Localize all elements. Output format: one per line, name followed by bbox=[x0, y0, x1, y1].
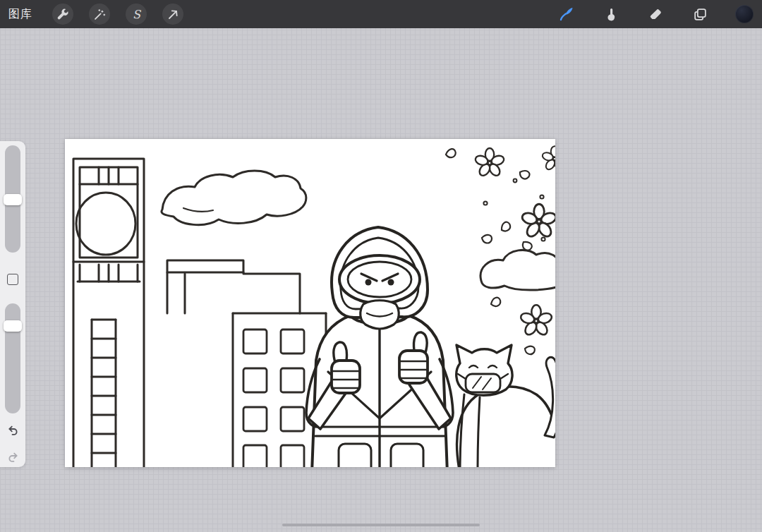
wrench-icon bbox=[56, 8, 70, 21]
erase-tool-button[interactable] bbox=[645, 4, 666, 25]
top-toolbar: 图库 S bbox=[0, 0, 762, 28]
brush-size-slider[interactable] bbox=[5, 145, 20, 253]
color-button[interactable] bbox=[734, 4, 755, 25]
modify-button[interactable] bbox=[7, 274, 18, 285]
layers-icon bbox=[693, 7, 708, 22]
layers-button[interactable] bbox=[689, 4, 710, 25]
opacity-slider[interactable] bbox=[5, 303, 20, 413]
undo-icon bbox=[6, 423, 20, 437]
home-indicator[interactable] bbox=[282, 524, 480, 526]
opacity-handle[interactable] bbox=[4, 320, 22, 332]
paint-tool-button[interactable] bbox=[556, 4, 577, 25]
selection-button[interactable]: S bbox=[126, 4, 147, 25]
app-screen: 图库 S bbox=[0, 0, 762, 532]
smudge-tool-button[interactable] bbox=[600, 4, 622, 25]
undo-button[interactable] bbox=[5, 422, 20, 437]
transform-arrow-icon bbox=[167, 8, 180, 21]
selection-s-icon: S bbox=[130, 8, 143, 21]
color-swatch bbox=[735, 5, 754, 23]
svg-text:S: S bbox=[132, 8, 141, 21]
gallery-button[interactable]: 图库 bbox=[8, 7, 32, 22]
redo-icon bbox=[6, 450, 20, 464]
brush-icon bbox=[558, 6, 575, 23]
transform-button[interactable] bbox=[162, 4, 183, 25]
magic-wand-icon bbox=[93, 8, 107, 21]
actions-button[interactable] bbox=[52, 4, 73, 25]
side-tool-panel bbox=[0, 141, 25, 467]
toolbar-right-group bbox=[556, 4, 755, 25]
toolbar-left-group: 图库 S bbox=[8, 4, 183, 25]
brush-size-handle[interactable] bbox=[4, 194, 22, 205]
redo-button[interactable] bbox=[5, 449, 20, 464]
smudge-finger-icon bbox=[604, 7, 619, 22]
canvas-artwork bbox=[65, 139, 555, 467]
eraser-icon bbox=[648, 7, 663, 22]
canvas[interactable] bbox=[65, 139, 555, 467]
adjustments-button[interactable] bbox=[89, 4, 110, 25]
